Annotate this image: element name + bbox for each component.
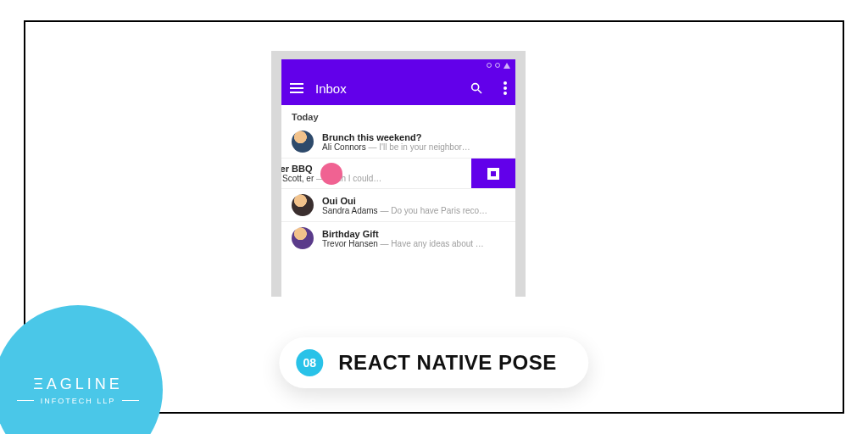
mail-text: Birthday Gift Trevor Hansen — Have any i… — [322, 229, 484, 248]
avatar — [292, 227, 314, 249]
status-bar — [281, 59, 515, 71]
svg-line-1 — [478, 90, 481, 93]
divider-line — [17, 400, 34, 401]
mail-subject: Brunch this weekend? — [322, 132, 470, 142]
device-screen: Inbox Today Brunch this weekend? Ali Con… — [281, 59, 515, 297]
mail-meta: Ali Connors — I'll be in your neighbor… — [322, 142, 470, 152]
menu-icon[interactable] — [290, 83, 303, 93]
mail-meta: Trevor Hansen — Have any ideas about … — [322, 239, 484, 248]
search-icon[interactable] — [470, 81, 483, 95]
mail-preview: — Do you have Paris reco… — [380, 206, 487, 215]
app-bar: Inbox — [281, 71, 515, 105]
status-indicator-icon — [495, 63, 500, 68]
device-mock-backdrop: Inbox Today Brunch this weekend? Ali Con… — [271, 51, 526, 297]
mail-list-item[interactable]: Brunch this weekend? Ali Connors — I'll … — [281, 125, 515, 159]
brand-name: ΞAGLINE — [33, 376, 123, 393]
avatar — [292, 131, 314, 153]
swipe-archive-action[interactable] — [471, 159, 515, 188]
mail-meta: Sandra Adams — Do you have Paris reco… — [322, 206, 487, 215]
mail-text: Oui Oui Sandra Adams — Do you have Paris… — [322, 196, 487, 215]
mail-sender: Ali Connors — [322, 142, 366, 152]
appbar-title: Inbox — [315, 81, 458, 96]
mail-list-item-swiped[interactable]: immer BBQ Alex, Scott, er — Wish I could… — [281, 159, 515, 189]
status-indicator-icon — [487, 63, 492, 68]
svg-point-4 — [504, 92, 507, 95]
touch-indicator-icon — [320, 163, 342, 185]
caption-number-badge: 08 — [296, 349, 323, 376]
brand-sub-wrap: INFOTECH LLP — [17, 397, 140, 405]
more-vert-icon[interactable] — [504, 81, 507, 95]
caption-title: REACT NATIVE POSE — [338, 351, 556, 375]
avatar — [292, 194, 314, 216]
mail-subject: Oui Oui — [322, 196, 487, 206]
svg-point-3 — [504, 86, 507, 90]
mail-sender: Sandra Adams — [322, 206, 378, 215]
mail-preview: — I'll be in your neighbor… — [368, 142, 470, 152]
svg-point-0 — [472, 84, 479, 91]
mail-sender: Trevor Hansen — [322, 239, 378, 248]
mail-sender: Alex, Scott, er — [281, 174, 314, 183]
archive-icon — [487, 168, 499, 180]
mail-text: Brunch this weekend? Ali Connors — I'll … — [322, 132, 470, 152]
mail-list-item[interactable]: Birthday Gift Trevor Hansen — Have any i… — [281, 222, 515, 254]
divider-line — [122, 400, 139, 401]
caption-pill: 08 REACT NATIVE POSE — [279, 337, 588, 388]
mail-subject: Birthday Gift — [322, 229, 484, 239]
status-signal-icon — [504, 63, 510, 69]
brand-subtitle: INFOTECH LLP — [41, 397, 116, 405]
section-header: Today — [281, 105, 515, 125]
mail-preview: — Have any ideas about … — [381, 239, 484, 248]
svg-point-2 — [504, 81, 507, 85]
mail-list-item[interactable]: Oui Oui Sandra Adams — Do you have Paris… — [281, 189, 515, 222]
